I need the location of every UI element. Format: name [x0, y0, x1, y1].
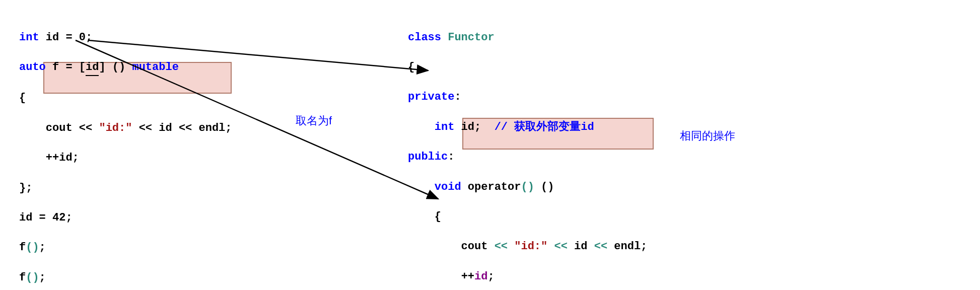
code-line: int id = 0;: [19, 30, 232, 45]
code-line: auto f = [id] () mutable: [19, 60, 232, 76]
code-line: {: [19, 91, 232, 106]
code-line: cout << "id:" << id << endl;: [19, 121, 232, 136]
code-line: f();: [19, 240, 232, 255]
code-line: public:: [408, 150, 647, 165]
annotation-same-op: 相同的操作: [680, 128, 735, 143]
code-line: };: [19, 181, 232, 196]
code-line: f();: [19, 270, 232, 285]
code-line: int id; // 获取外部变量id: [408, 120, 647, 135]
code-line: ++id;: [19, 151, 232, 166]
code-line: cout << "id:" << id << endl;: [408, 239, 647, 254]
code-line: class Functor: [408, 30, 647, 45]
code-line: {: [408, 60, 647, 75]
code-line: id = 42;: [19, 210, 232, 226]
code-line: {: [408, 209, 647, 225]
annotation-named-f: 取名为f: [296, 113, 332, 128]
code-line: private:: [408, 90, 647, 105]
left-code-block: int id = 0; auto f = [id] () mutable { c…: [19, 15, 232, 290]
code-line: void operator() (): [408, 180, 647, 195]
code-line: ++id;: [408, 269, 647, 284]
right-code-block: class Functor { private: int id; // 获取外部…: [408, 15, 647, 290]
